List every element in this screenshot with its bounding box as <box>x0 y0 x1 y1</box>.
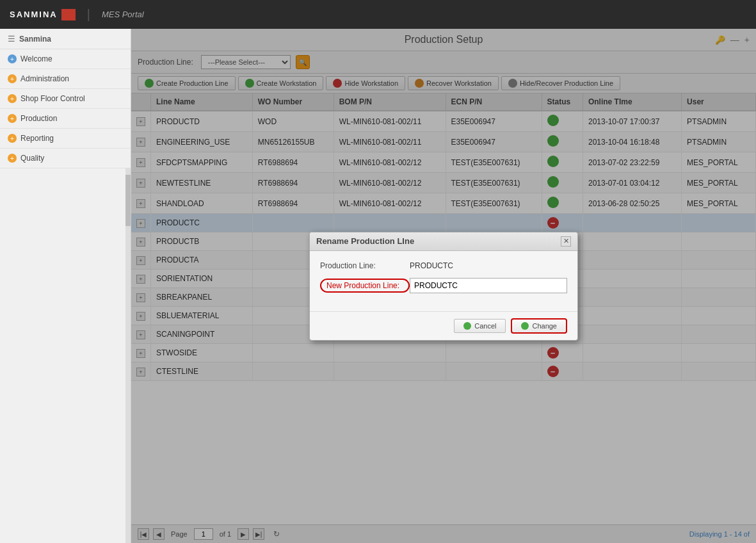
logo-icon <box>61 9 76 20</box>
sidebar-item-quality[interactable]: + Quality <box>0 149 131 168</box>
modal-new-pl-label: New Production Line: <box>320 279 410 293</box>
modal-field-new-line: New Production Line: <box>320 278 567 293</box>
cancel-icon <box>463 322 471 330</box>
sidebar-label-welcome: Welcome <box>20 54 52 63</box>
portal-title: MES Portal <box>102 10 144 19</box>
main-layout: ☰ Sanmina + Welcome + Administration + S… <box>0 29 756 543</box>
rename-modal: Rename Production LIne ✕ Production Line… <box>309 232 578 341</box>
app-header: SANMINA | MES Portal <box>0 0 756 29</box>
new-production-line-input[interactable] <box>410 278 567 293</box>
modal-body: Production Line: PRODUCTC New Production… <box>310 251 577 311</box>
sidebar-scroll-thumb <box>125 175 131 226</box>
production-icon: + <box>8 114 17 123</box>
welcome-icon: + <box>8 54 17 63</box>
sidebar: ☰ Sanmina + Welcome + Administration + S… <box>0 29 131 543</box>
modal-change-button[interactable]: Change <box>511 318 567 334</box>
modal-pl-label: Production Line: <box>320 261 410 270</box>
change-label: Change <box>532 322 557 330</box>
modal-close-button[interactable]: ✕ <box>561 236 571 247</box>
sidebar-item-shop-floor-control[interactable]: + Shop Floor Control <box>0 89 131 109</box>
modal-field-production-line: Production Line: PRODUCTC <box>320 261 567 270</box>
administration-icon: + <box>8 74 17 83</box>
logo: SANMINA <box>10 9 76 20</box>
content-area: Production Setup 🔑 — + Production Line: … <box>131 29 756 543</box>
sidebar-label-administration: Administration <box>20 74 69 83</box>
sidebar-label-reporting: Reporting <box>20 134 54 143</box>
modal-footer: Cancel Change <box>310 311 577 340</box>
reporting-icon: + <box>8 134 17 143</box>
modal-overlay: Rename Production LIne ✕ Production Line… <box>131 29 756 543</box>
sidebar-label-shopfloor: Shop Floor Control <box>20 94 85 103</box>
sidebar-item-welcome[interactable]: + Welcome <box>0 49 131 69</box>
sidebar-item-reporting[interactable]: + Reporting <box>0 129 131 149</box>
sidebar-label-quality: Quality <box>20 154 44 163</box>
sidebar-scrollbar <box>125 168 131 543</box>
quality-icon: + <box>8 154 17 163</box>
sidebar-label-production: Production <box>20 114 57 123</box>
change-icon <box>521 322 529 330</box>
cancel-label: Cancel <box>474 322 496 330</box>
sidebar-item-production[interactable]: + Production <box>0 109 131 129</box>
brand-text: SANMINA <box>10 10 58 19</box>
modal-pl-value: PRODUCTC <box>410 261 453 270</box>
modal-title: Rename Production LIne <box>316 236 414 246</box>
hamburger-icon: ☰ <box>8 34 15 44</box>
header-divider: | <box>87 7 90 22</box>
modal-new-pl-label-text: New Production Line: <box>326 281 399 290</box>
sidebar-item-administration[interactable]: + Administration <box>0 69 131 89</box>
sidebar-brand-label: Sanmina <box>19 35 51 44</box>
sidebar-top: ☰ Sanmina <box>0 29 131 49</box>
shopfloor-icon: + <box>8 94 17 103</box>
modal-cancel-button[interactable]: Cancel <box>454 319 506 333</box>
modal-header: Rename Production LIne ✕ <box>310 232 577 251</box>
